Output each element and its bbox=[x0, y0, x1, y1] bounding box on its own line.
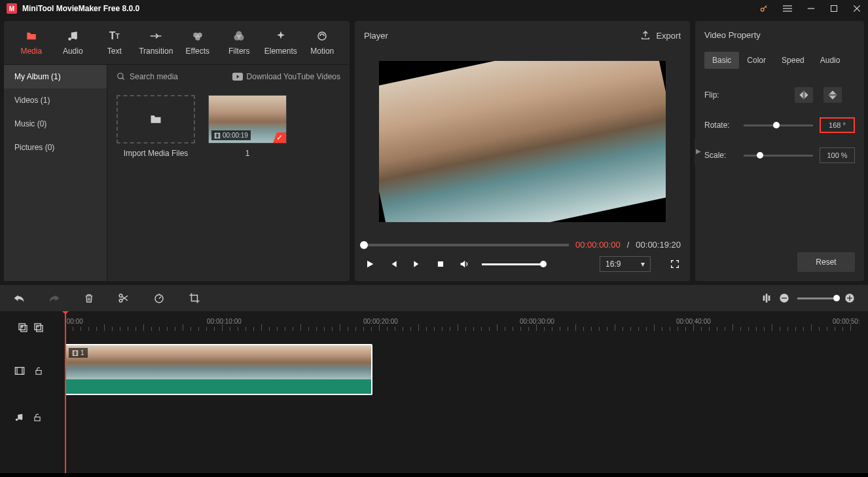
tab-label: Elements bbox=[264, 47, 297, 56]
aspect-select[interactable]: 16:9 ▾ bbox=[600, 256, 651, 272]
media-clip[interactable]: 00:00:19 ✓ 1 bbox=[208, 95, 287, 158]
minimize-icon[interactable] bbox=[806, 4, 816, 13]
undo-button[interactable] bbox=[13, 293, 25, 303]
remove-track-button[interactable] bbox=[33, 322, 44, 333]
export-label: Export bbox=[656, 31, 681, 41]
titlebar: M MiniTool MovieMaker Free 8.0.0 bbox=[0, 0, 868, 17]
filters-icon bbox=[233, 29, 245, 43]
svg-rect-2 bbox=[783, 8, 792, 9]
menu-icon[interactable] bbox=[783, 4, 792, 13]
svg-point-45 bbox=[16, 419, 18, 421]
folder-icon bbox=[148, 113, 164, 126]
tab-label: Media bbox=[20, 47, 42, 56]
crop-button[interactable] bbox=[189, 292, 200, 304]
property-panel: ▶ Video Property Basic Color Speed Audio… bbox=[695, 21, 864, 281]
svg-point-15 bbox=[238, 35, 244, 41]
speed-button[interactable] bbox=[153, 292, 165, 304]
check-icon: ✓ bbox=[273, 132, 286, 143]
split-button[interactable] bbox=[118, 292, 130, 304]
svg-point-8 bbox=[69, 37, 72, 41]
svg-rect-29 bbox=[763, 296, 765, 301]
svg-rect-3 bbox=[783, 11, 792, 12]
effects-icon bbox=[192, 29, 204, 43]
tab-label: Text bbox=[107, 47, 122, 56]
download-youtube-button[interactable]: Download YouTube Videos bbox=[232, 72, 340, 81]
media-sidebar: My Album (1) Videos (1) Music (0) Pictur… bbox=[4, 65, 107, 281]
sidebar-item-music[interactable]: Music (0) bbox=[4, 112, 107, 136]
scale-slider[interactable] bbox=[744, 155, 813, 157]
prop-tab-color[interactable]: Color bbox=[739, 52, 774, 69]
youtube-icon bbox=[232, 73, 243, 81]
tab-audio[interactable]: Audio bbox=[52, 24, 94, 61]
text-icon: TT bbox=[109, 29, 120, 43]
next-frame-button[interactable] bbox=[411, 258, 423, 270]
flip-vertical-button[interactable] bbox=[823, 87, 842, 103]
folder-icon bbox=[25, 29, 38, 43]
volume-button[interactable] bbox=[458, 258, 470, 270]
tab-label: Motion bbox=[310, 47, 334, 56]
tab-transition[interactable]: Transition bbox=[136, 24, 177, 61]
prop-tab-speed[interactable]: Speed bbox=[774, 52, 812, 69]
redo-button[interactable] bbox=[48, 293, 60, 303]
svg-line-18 bbox=[122, 78, 124, 80]
tab-text[interactable]: TT Text bbox=[94, 24, 136, 61]
audio-track[interactable] bbox=[62, 398, 868, 437]
tab-label: Filters bbox=[228, 47, 250, 56]
zoom-slider[interactable] bbox=[797, 297, 837, 299]
close-icon[interactable] bbox=[852, 4, 861, 13]
prev-frame-button[interactable] bbox=[388, 258, 399, 270]
svg-rect-5 bbox=[831, 6, 837, 12]
tab-elements[interactable]: Elements bbox=[260, 24, 302, 61]
tab-motion[interactable]: Motion bbox=[302, 24, 344, 61]
playhead[interactable] bbox=[65, 311, 66, 473]
add-track-button[interactable] bbox=[18, 322, 28, 333]
rotate-label: Rotate: bbox=[704, 121, 737, 130]
prop-tab-audio[interactable]: Audio bbox=[812, 52, 848, 69]
prop-tab-basic[interactable]: Basic bbox=[704, 52, 739, 69]
stop-button[interactable] bbox=[435, 258, 446, 270]
video-preview[interactable] bbox=[379, 61, 666, 222]
volume-slider[interactable] bbox=[482, 263, 543, 265]
sidebar-item-pictures[interactable]: Pictures (0) bbox=[4, 136, 107, 159]
time-current: 00:00:00:00 bbox=[575, 240, 621, 250]
fullscreen-button[interactable] bbox=[669, 258, 681, 270]
clip-duration-badge: 00:00:19 bbox=[211, 130, 251, 140]
zoom-out-button[interactable] bbox=[779, 293, 789, 303]
rotate-value[interactable]: 168 ° bbox=[820, 117, 855, 133]
motion-icon bbox=[316, 29, 328, 43]
scale-value[interactable]: 100 % bbox=[820, 147, 855, 163]
tab-effects[interactable]: Effects bbox=[177, 24, 219, 61]
zoom-in-button[interactable] bbox=[844, 293, 855, 303]
sparkle-icon bbox=[275, 29, 287, 43]
maximize-icon[interactable] bbox=[830, 5, 838, 12]
sidebar-item-videos[interactable]: Videos (1) bbox=[4, 88, 107, 112]
audio-track-icon bbox=[14, 412, 24, 423]
export-icon bbox=[640, 30, 651, 41]
delete-button[interactable] bbox=[84, 292, 94, 304]
app-title: MiniTool MovieMaker Free 8.0.0 bbox=[22, 4, 139, 13]
play-button[interactable] bbox=[364, 258, 376, 270]
lock-video-track-button[interactable] bbox=[34, 366, 43, 376]
seek-slider[interactable] bbox=[364, 244, 569, 246]
collapse-panel-button[interactable]: ▶ bbox=[695, 138, 702, 164]
timeline-ruler[interactable]: :00:00 00:00:10:00 00:00:20:00 00:00:30:… bbox=[62, 311, 868, 344]
flip-label: Flip: bbox=[704, 90, 737, 100]
import-media-button[interactable]: Import Media Files bbox=[117, 95, 195, 158]
lock-audio-track-button[interactable] bbox=[33, 412, 42, 423]
fit-zoom-button[interactable] bbox=[762, 293, 771, 303]
time-duration: 00:00:19:20 bbox=[636, 240, 681, 250]
flip-horizontal-button[interactable] bbox=[795, 87, 813, 103]
key-icon[interactable] bbox=[759, 4, 769, 13]
media-panel: Media Audio TT Text Transition Effects F… bbox=[4, 21, 350, 281]
svg-rect-23 bbox=[438, 261, 443, 267]
timeline-clip[interactable]: 1 bbox=[65, 344, 372, 395]
export-button[interactable]: Export bbox=[640, 30, 681, 41]
chevron-down-icon: ▾ bbox=[641, 259, 645, 269]
rotate-slider[interactable] bbox=[744, 124, 813, 126]
video-track[interactable]: 1 bbox=[62, 344, 868, 398]
reset-button[interactable]: Reset bbox=[797, 252, 855, 272]
search-media[interactable]: Search media bbox=[117, 72, 227, 81]
tab-media[interactable]: Media bbox=[10, 24, 52, 61]
tab-filters[interactable]: Filters bbox=[219, 24, 261, 61]
sidebar-item-myalbum[interactable]: My Album (1) bbox=[4, 65, 107, 88]
